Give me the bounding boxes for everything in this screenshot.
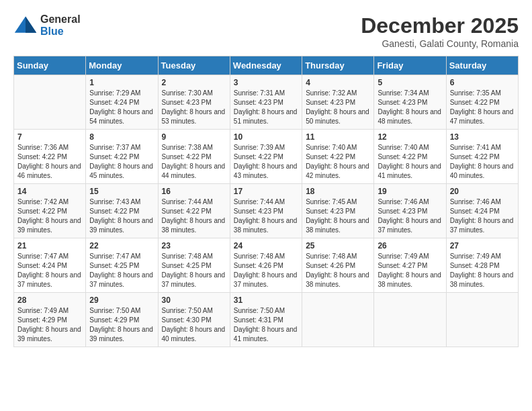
day-number: 13 (450, 132, 515, 142)
calendar-cell (302, 293, 374, 347)
calendar-cell: 18Sunrise: 7:45 AM Sunset: 4:23 PM Dayli… (302, 184, 374, 238)
day-info: Sunrise: 7:38 AM Sunset: 4:22 PM Dayligh… (162, 143, 226, 181)
calendar-cell: 21Sunrise: 7:47 AM Sunset: 4:24 PM Dayli… (14, 238, 86, 293)
day-info: Sunrise: 7:32 AM Sunset: 4:23 PM Dayligh… (306, 89, 370, 126)
day-info: Sunrise: 7:44 AM Sunset: 4:22 PM Dayligh… (162, 197, 226, 235)
day-info: Sunrise: 7:36 AM Sunset: 4:22 PM Dayligh… (17, 143, 82, 181)
calendar-cell: 25Sunrise: 7:48 AM Sunset: 4:26 PM Dayli… (302, 238, 374, 293)
calendar-cell: 22Sunrise: 7:47 AM Sunset: 4:25 PM Dayli… (86, 238, 158, 293)
calendar-cell: 26Sunrise: 7:49 AM Sunset: 4:27 PM Dayli… (374, 238, 446, 293)
day-info: Sunrise: 7:47 AM Sunset: 4:24 PM Dayligh… (17, 252, 82, 289)
day-number: 16 (162, 187, 226, 196)
week-row-1: 1Sunrise: 7:29 AM Sunset: 4:24 PM Daylig… (14, 75, 519, 130)
day-number: 21 (17, 241, 82, 250)
calendar-body: 1Sunrise: 7:29 AM Sunset: 4:24 PM Daylig… (14, 75, 519, 347)
day-info: Sunrise: 7:49 AM Sunset: 4:29 PM Dayligh… (17, 306, 82, 344)
day-number: 8 (89, 132, 154, 142)
calendar-cell: 14Sunrise: 7:42 AM Sunset: 4:22 PM Dayli… (14, 184, 86, 238)
day-number: 14 (17, 187, 82, 196)
calendar-cell: 9Sunrise: 7:38 AM Sunset: 4:22 PM Daylig… (158, 130, 230, 184)
day-number: 19 (378, 187, 442, 196)
calendar-cell: 16Sunrise: 7:44 AM Sunset: 4:22 PM Dayli… (158, 184, 230, 238)
day-number: 15 (89, 187, 154, 196)
header-day-monday: Monday (86, 56, 158, 75)
day-number: 11 (306, 132, 370, 142)
logo: General Blue (13, 13, 81, 38)
day-info: Sunrise: 7:50 AM Sunset: 4:30 PM Dayligh… (162, 306, 226, 344)
calendar-cell (14, 75, 86, 130)
day-number: 27 (450, 241, 515, 250)
calendar-cell: 13Sunrise: 7:41 AM Sunset: 4:22 PM Dayli… (446, 130, 518, 184)
day-info: Sunrise: 7:48 AM Sunset: 4:25 PM Dayligh… (162, 252, 226, 289)
day-number: 23 (162, 241, 226, 250)
day-number: 2 (162, 78, 226, 87)
calendar-cell: 6Sunrise: 7:35 AM Sunset: 4:22 PM Daylig… (446, 75, 518, 130)
day-info: Sunrise: 7:48 AM Sunset: 4:26 PM Dayligh… (234, 252, 298, 289)
calendar-cell: 24Sunrise: 7:48 AM Sunset: 4:26 PM Dayli… (230, 238, 302, 293)
calendar-cell: 28Sunrise: 7:49 AM Sunset: 4:29 PM Dayli… (14, 293, 86, 347)
day-info: Sunrise: 7:44 AM Sunset: 4:23 PM Dayligh… (234, 197, 298, 235)
calendar-cell: 7Sunrise: 7:36 AM Sunset: 4:22 PM Daylig… (14, 130, 86, 184)
day-number: 6 (450, 78, 515, 87)
calendar-cell: 23Sunrise: 7:48 AM Sunset: 4:25 PM Dayli… (158, 238, 230, 293)
calendar-cell: 20Sunrise: 7:46 AM Sunset: 4:24 PM Dayli… (446, 184, 518, 238)
calendar-cell: 19Sunrise: 7:46 AM Sunset: 4:23 PM Dayli… (374, 184, 446, 238)
day-number: 5 (378, 78, 442, 87)
calendar-table: SundayMondayTuesdayWednesdayThursdayFrid… (13, 56, 519, 347)
day-info: Sunrise: 7:35 AM Sunset: 4:22 PM Dayligh… (450, 89, 515, 126)
day-number: 12 (378, 132, 442, 142)
svg-marker-1 (26, 17, 36, 33)
day-number: 28 (17, 295, 82, 305)
calendar-cell: 29Sunrise: 7:50 AM Sunset: 4:29 PM Dayli… (86, 293, 158, 347)
day-number: 9 (162, 132, 226, 142)
calendar-cell: 4Sunrise: 7:32 AM Sunset: 4:23 PM Daylig… (302, 75, 374, 130)
day-info: Sunrise: 7:47 AM Sunset: 4:25 PM Dayligh… (89, 252, 154, 289)
day-info: Sunrise: 7:50 AM Sunset: 4:29 PM Dayligh… (89, 306, 154, 344)
day-number: 31 (234, 295, 298, 305)
day-number: 1 (89, 78, 154, 87)
day-info: Sunrise: 7:34 AM Sunset: 4:23 PM Dayligh… (378, 89, 442, 126)
day-info: Sunrise: 7:48 AM Sunset: 4:26 PM Dayligh… (306, 252, 370, 289)
day-number: 26 (378, 241, 442, 250)
title-block: December 2025 Ganesti, Galati County, Ro… (361, 13, 519, 49)
day-info: Sunrise: 7:30 AM Sunset: 4:23 PM Dayligh… (162, 89, 226, 126)
calendar-cell: 12Sunrise: 7:40 AM Sunset: 4:22 PM Dayli… (374, 130, 446, 184)
day-info: Sunrise: 7:40 AM Sunset: 4:22 PM Dayligh… (306, 143, 370, 181)
day-number: 17 (234, 187, 298, 196)
day-info: Sunrise: 7:50 AM Sunset: 4:31 PM Dayligh… (234, 306, 298, 344)
calendar-cell: 3Sunrise: 7:31 AM Sunset: 4:23 PM Daylig… (230, 75, 302, 130)
day-number: 25 (306, 241, 370, 250)
day-number: 10 (234, 132, 298, 142)
calendar-cell: 10Sunrise: 7:39 AM Sunset: 4:22 PM Dayli… (230, 130, 302, 184)
day-info: Sunrise: 7:40 AM Sunset: 4:22 PM Dayligh… (378, 143, 442, 181)
day-info: Sunrise: 7:31 AM Sunset: 4:23 PM Dayligh… (234, 89, 298, 126)
day-number: 4 (306, 78, 370, 87)
day-info: Sunrise: 7:39 AM Sunset: 4:22 PM Dayligh… (234, 143, 298, 181)
page-header: General Blue December 2025 Ganesti, Gala… (13, 13, 519, 49)
calendar-cell: 31Sunrise: 7:50 AM Sunset: 4:31 PM Dayli… (230, 293, 302, 347)
calendar-cell: 11Sunrise: 7:40 AM Sunset: 4:22 PM Dayli… (302, 130, 374, 184)
calendar-header: SundayMondayTuesdayWednesdayThursdayFrid… (14, 56, 519, 75)
week-row-4: 21Sunrise: 7:47 AM Sunset: 4:24 PM Dayli… (14, 238, 519, 293)
logo-blue-text: Blue (40, 26, 81, 38)
logo-icon (13, 13, 38, 38)
day-info: Sunrise: 7:45 AM Sunset: 4:23 PM Dayligh… (306, 197, 370, 235)
logo-general-text: General (40, 13, 81, 26)
header-row: SundayMondayTuesdayWednesdayThursdayFrid… (14, 56, 519, 75)
calendar-cell: 15Sunrise: 7:43 AM Sunset: 4:22 PM Dayli… (86, 184, 158, 238)
subtitle: Ganesti, Galati County, Romania (361, 38, 519, 49)
calendar-cell: 2Sunrise: 7:30 AM Sunset: 4:23 PM Daylig… (158, 75, 230, 130)
header-day-saturday: Saturday (446, 56, 518, 75)
day-info: Sunrise: 7:37 AM Sunset: 4:22 PM Dayligh… (89, 143, 154, 181)
header-day-sunday: Sunday (14, 56, 86, 75)
calendar-cell: 5Sunrise: 7:34 AM Sunset: 4:23 PM Daylig… (374, 75, 446, 130)
day-number: 24 (234, 241, 298, 250)
week-row-2: 7Sunrise: 7:36 AM Sunset: 4:22 PM Daylig… (14, 130, 519, 184)
day-number: 30 (162, 295, 226, 305)
day-number: 20 (450, 187, 515, 196)
calendar-cell (446, 293, 518, 347)
header-day-friday: Friday (374, 56, 446, 75)
header-day-thursday: Thursday (302, 56, 374, 75)
day-number: 29 (89, 295, 154, 305)
logo-text: General Blue (40, 13, 81, 37)
